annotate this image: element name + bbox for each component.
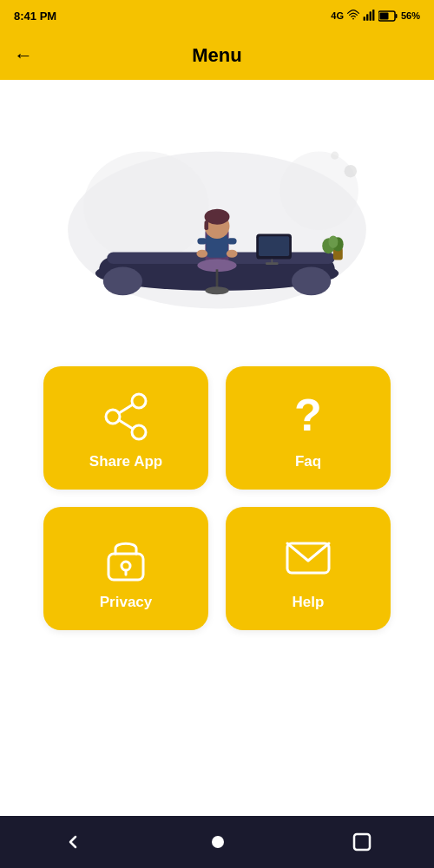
svg-point-54 [212, 836, 224, 848]
svg-rect-4 [372, 10, 374, 21]
svg-point-0 [352, 18, 354, 20]
nav-recent-button[interactable] [352, 832, 372, 852]
help-label: Help [293, 594, 325, 611]
page-title: Menu [192, 44, 241, 67]
lock-icon [100, 531, 152, 583]
svg-line-48 [119, 420, 133, 429]
battery-percent: 56% [401, 10, 420, 21]
svg-rect-7 [379, 12, 388, 19]
wifi-icon [347, 10, 359, 22]
svg-rect-23 [259, 236, 289, 256]
svg-point-16 [103, 267, 142, 296]
svg-rect-29 [205, 220, 209, 230]
svg-point-33 [227, 250, 238, 258]
svg-rect-6 [395, 14, 397, 18]
nav-home-button[interactable] [207, 832, 228, 852]
svg-point-17 [292, 267, 331, 296]
hero-section [0, 80, 434, 340]
svg-rect-30 [197, 238, 207, 244]
status-bar: 8:41 PM 4G 56% [0, 0, 434, 31]
app-header: ← Menu [0, 31, 434, 80]
signal-icon: 4G [331, 10, 344, 21]
envelope-icon [282, 531, 334, 583]
nav-back-icon [62, 832, 83, 852]
svg-point-10 [279, 152, 358, 230]
svg-point-45 [106, 410, 120, 424]
share-app-button[interactable]: Share App [43, 366, 208, 490]
share-icon [100, 391, 152, 443]
svg-line-47 [119, 404, 133, 413]
svg-point-9 [83, 152, 209, 262]
svg-point-37 [328, 235, 338, 247]
privacy-button[interactable]: Privacy [43, 507, 208, 630]
svg-text:?: ? [294, 391, 322, 440]
svg-rect-1 [364, 16, 365, 21]
svg-rect-2 [366, 14, 368, 21]
faq-label: Faq [295, 453, 321, 470]
share-app-label: Share App [89, 453, 162, 470]
nav-home-icon [207, 832, 228, 852]
nav-back-button[interactable] [62, 832, 83, 852]
battery-icon [378, 10, 398, 22]
svg-point-12 [331, 152, 339, 160]
nav-recent-icon [352, 832, 372, 852]
privacy-label: Privacy [100, 594, 153, 611]
help-button[interactable]: Help [226, 507, 391, 630]
svg-point-46 [132, 425, 146, 439]
status-time: 8:41 PM [14, 10, 56, 23]
svg-point-44 [132, 394, 146, 408]
svg-rect-3 [370, 11, 372, 20]
menu-grid: Share App ? Faq Privacy Help [0, 349, 434, 648]
svg-point-11 [345, 165, 357, 177]
svg-rect-25 [266, 262, 278, 265]
faq-button[interactable]: ? Faq [226, 366, 391, 490]
svg-rect-55 [354, 834, 370, 850]
status-icons: 4G 56% [331, 10, 420, 22]
svg-point-21 [205, 286, 228, 294]
signal-bars-icon [363, 10, 375, 22]
question-icon: ? [282, 391, 334, 443]
nav-bar [0, 816, 434, 868]
back-button[interactable]: ← [14, 44, 33, 67]
hero-illustration [52, 102, 382, 327]
svg-point-32 [196, 250, 207, 258]
svg-rect-31 [227, 238, 237, 244]
